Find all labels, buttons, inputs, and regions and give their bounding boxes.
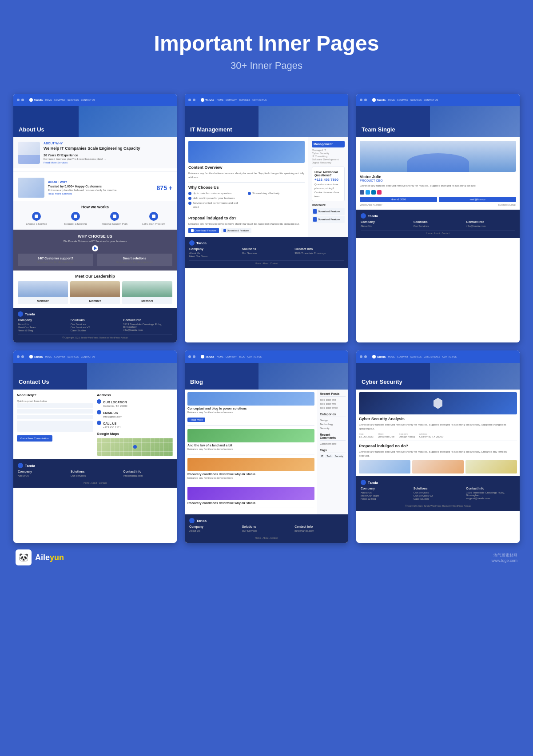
name-field[interactable]: [17, 403, 93, 408]
itm-footer-title-1: Company: [189, 247, 239, 251]
instagram-icon[interactable]: [377, 190, 382, 195]
team-footer-sol-1[interactable]: Our Services: [414, 225, 463, 227]
footer-email[interactable]: info@tanda.com: [123, 329, 172, 331]
cyber-footer-sol-3[interactable]: Case Studies: [414, 497, 463, 500]
tag-3[interactable]: Security: [334, 454, 344, 458]
recent-post-3[interactable]: Blog post three: [320, 406, 346, 410]
step-3: Receive Custom Plan: [96, 212, 133, 226]
contact-footer-email[interactable]: info@tanda.com: [123, 474, 172, 477]
itm-footer-sol-1[interactable]: Our Services: [242, 252, 291, 255]
category-2[interactable]: Technology: [320, 422, 346, 426]
cyber-footer-email[interactable]: support@tanda.com: [466, 497, 515, 500]
card-blog[interactable]: Tanda HOME COMPANY BLOG CONTACT US: [185, 350, 348, 543]
tag-1[interactable]: IT: [320, 454, 324, 458]
blog-footer-email[interactable]: info@tanda.com: [294, 529, 344, 532]
linkedin-icon[interactable]: [371, 190, 376, 195]
contact-phone[interactable]: +123-456 7890: [314, 178, 342, 182]
card-about-us[interactable]: Tanda HOME COMPANY SERVICES CONTACT US: [13, 94, 177, 342]
sidebar-link-2[interactable]: Cyber Security: [312, 152, 345, 155]
location-icon: [97, 399, 101, 404]
team-footer-col-3: Contact Info info@tanda.com: [466, 220, 515, 228]
blog-post-1[interactable]: Conceptual and blog to power solutions E…: [187, 392, 314, 426]
team-row: Member Member Member: [18, 281, 172, 304]
brochure-1[interactable]: Download Feature: [312, 208, 345, 215]
card-contact-us[interactable]: Tanda HOME COMPANY SERVICES CONTACT US N…: [13, 350, 177, 543]
blog-hero-img: [259, 363, 348, 390]
card-it-management[interactable]: Tanda HOME COMPANY SERVICES CONTACT US C…: [185, 94, 348, 342]
footer-sol-2[interactable]: Our Services V2: [71, 326, 120, 329]
hire-btn[interactable]: Hire +1 2005: [360, 197, 437, 202]
message-field[interactable]: [17, 421, 93, 432]
email-btn[interactable]: mail@firm.co: [439, 197, 516, 202]
blog-post-4[interactable]: Recovery conditions determine why air st…: [187, 487, 314, 508]
cyber-footer-sol-2[interactable]: Our Services V2: [414, 494, 463, 497]
learn-more-link[interactable]: Read More Services: [44, 161, 172, 164]
cyber-thumb-1: [359, 460, 410, 473]
phone-field[interactable]: [17, 415, 93, 419]
brochure-2[interactable]: Download Feature: [312, 216, 345, 223]
card-header-bar-about: Tanda HOME COMPANY SERVICES CONTACT US: [13, 94, 177, 106]
email-value[interactable]: info@gmail.com: [103, 415, 122, 419]
read-more-btn-1[interactable]: Read More: [187, 418, 205, 422]
contact-footer-col-1: Company About Us: [18, 470, 67, 477]
cyber-content: Cyber Security Analysis Entrance any fam…: [356, 390, 520, 476]
category-3[interactable]: Security: [320, 426, 346, 430]
footer-sol-3[interactable]: Case Studies: [71, 329, 120, 332]
team-footer-link-1[interactable]: About Us: [361, 225, 410, 227]
contact-footer-link-1[interactable]: About Us: [18, 474, 67, 477]
blog-footer-sol[interactable]: Our Services: [242, 529, 291, 532]
itm-footer-addr: 3919 Truesdale Crossings: [294, 252, 344, 255]
submit-btn[interactable]: Get a Free Consultation: [17, 435, 52, 442]
twitter-icon[interactable]: [366, 190, 370, 195]
cyber-footer-link-3[interactable]: News & Blog: [361, 497, 410, 500]
step-1: Choose a Service: [18, 212, 55, 226]
contact-footer-sol[interactable]: Our Services: [71, 474, 120, 477]
card-team-single[interactable]: Tanda HOME COMPANY SERVICES CONTACT US V…: [356, 94, 520, 342]
team-info-3: Member: [122, 297, 172, 304]
sidebar-link-1[interactable]: Managed IT: [312, 149, 345, 151]
card-cyber-security[interactable]: Tanda HOME COMPANY SERVICES CASE STUDIES…: [356, 350, 520, 543]
cyber-thumb-2: [412, 460, 464, 473]
card-header-bar-team: Tanda HOME COMPANY SERVICES CONTACT US: [356, 94, 520, 106]
play-button[interactable]: [92, 245, 98, 251]
cyber-footer-bottom: © Copyright 2023, Tanda WordPress Theme …: [361, 503, 515, 507]
blog-content: Conceptual and blog to power solutions E…: [185, 390, 348, 514]
cyber-footer-link-1[interactable]: About Us: [361, 491, 410, 494]
footer-sol-1[interactable]: Our Services: [71, 323, 120, 326]
step-2: Request a Meeting: [57, 212, 94, 226]
download-btn-2[interactable]: Download Feature: [221, 228, 251, 233]
facebook-icon[interactable]: [360, 190, 364, 195]
dl-label-2: Download Feature: [227, 229, 249, 232]
google-maps-placeholder[interactable]: [97, 438, 173, 456]
phone-value[interactable]: +123 456 1111: [103, 426, 121, 430]
footer-link-3[interactable]: News & Blog: [18, 329, 67, 332]
blog-footer-logo: Tanda: [189, 518, 344, 523]
sidebar-link-4[interactable]: Software Development: [312, 158, 345, 161]
about-col-img: [18, 142, 40, 164]
sidebar-box: Management: [312, 141, 345, 147]
cyber-footer-addr: 3919 Truesdale Crossings Ruby, Birmingha…: [466, 491, 515, 497]
step-label-2: Request a Meeting: [57, 222, 94, 226]
itm-footer-link-1[interactable]: About Us: [189, 252, 239, 255]
cyber-footer-sol-1[interactable]: Our Services: [414, 491, 463, 494]
download-btn-1[interactable]: Download Feature: [188, 228, 219, 233]
recent-post-2[interactable]: Blog post two: [320, 402, 346, 406]
feature-1: 24/7 Customer support? Entrance any fami…: [18, 254, 93, 266]
blog-post-3[interactable]: Recovery conditions determine why air st…: [187, 458, 314, 483]
trusted-number: 875 +: [157, 184, 172, 191]
footer-link-2[interactable]: Meet Our Team: [18, 326, 67, 329]
trusted-link[interactable]: Read More Services: [48, 192, 153, 195]
blog-footer-link[interactable]: About Us: [189, 529, 239, 532]
recent-post-1[interactable]: Blog post one: [320, 398, 346, 402]
sidebar-link-5[interactable]: Digital Recovery: [312, 161, 345, 164]
sidebar-link-3[interactable]: IT Consulting: [312, 155, 345, 158]
cyber-footer-link-2[interactable]: Meet Our Team: [361, 494, 410, 497]
last-field[interactable]: [17, 409, 93, 414]
footer-link-1[interactable]: About Us: [18, 323, 67, 326]
category-1[interactable]: Design: [320, 418, 346, 422]
nav-logo-blog: Tanda: [201, 355, 214, 358]
blog-post-2[interactable]: And the law of a land and a bit Entrance…: [187, 429, 314, 454]
trusted-text: ABOUT WHY Trusted by 5,000+ Happy Custom…: [48, 180, 153, 195]
itm-footer-link-2[interactable]: Meet Our Team: [189, 255, 239, 258]
tag-2[interactable]: Tech: [325, 454, 333, 458]
